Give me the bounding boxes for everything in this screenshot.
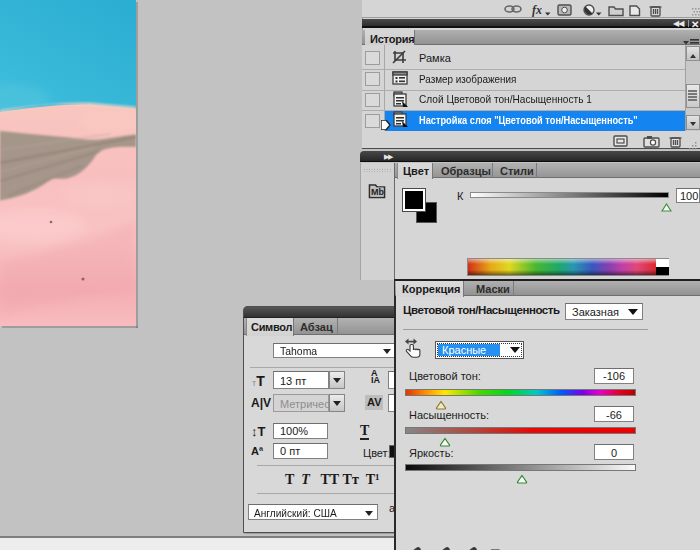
svg-text:Mb: Mb (371, 187, 384, 197)
svg-text:fx: fx (532, 3, 542, 17)
